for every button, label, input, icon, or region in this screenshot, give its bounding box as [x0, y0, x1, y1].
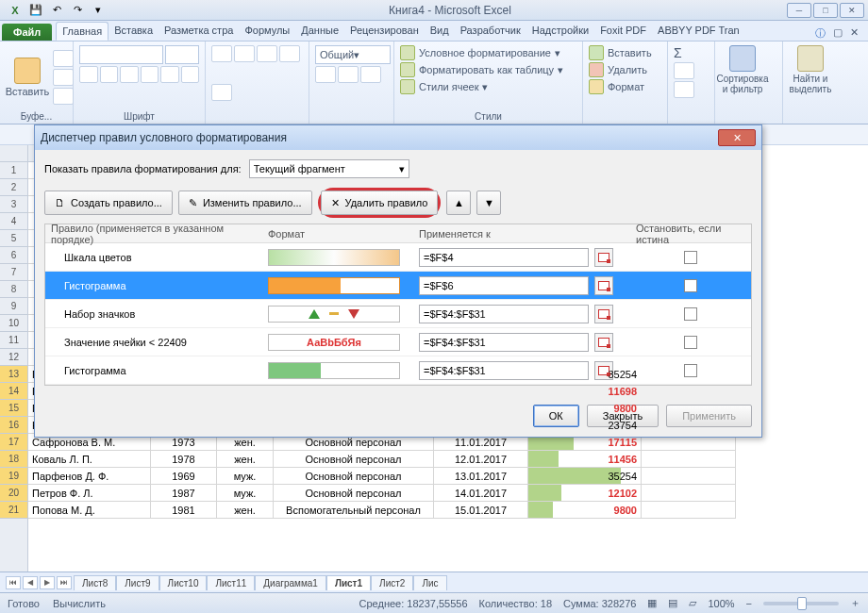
help-icon[interactable]: ⓘ [815, 26, 826, 41]
new-rule-button[interactable]: 🗋Создать правило... [44, 191, 173, 215]
row-header[interactable]: 11 [0, 332, 27, 349]
row-header[interactable]: 12 [0, 349, 27, 366]
stop-if-true-checkbox[interactable] [684, 364, 697, 377]
sheet-tab[interactable]: Лист8 [74, 575, 116, 590]
view-pagebreak-icon[interactable]: ▱ [689, 597, 696, 609]
zoom-slider[interactable] [763, 602, 839, 605]
sheet-tab[interactable]: Лист11 [207, 575, 255, 590]
row-header[interactable]: 13 [0, 366, 27, 383]
range-picker-button[interactable] [594, 333, 613, 352]
maximize-button[interactable]: □ [813, 3, 838, 18]
ribbon-tab[interactable]: ABBYY PDF Tran [652, 22, 745, 41]
stop-if-true-checkbox[interactable] [684, 279, 697, 292]
stop-if-true-checkbox[interactable] [684, 251, 697, 264]
row-header[interactable]: 19 [0, 468, 27, 485]
row-header[interactable]: 10 [0, 315, 27, 332]
row-header[interactable]: 21 [0, 502, 27, 519]
rule-row[interactable]: Гистограмма=$F$6 [45, 272, 751, 300]
bold-icon[interactable] [79, 66, 98, 83]
row-header[interactable]: 20 [0, 485, 27, 502]
align-left-icon[interactable] [211, 45, 232, 62]
format-cells-button[interactable]: Формат [589, 79, 661, 94]
redo-icon[interactable]: ↷ [68, 2, 87, 19]
ribbon-tab[interactable]: Формулы [239, 22, 295, 41]
wrap-text-icon[interactable] [279, 45, 300, 62]
table-row[interactable]: Коваль Л. П.1978жен.Основной персонал12.… [28, 451, 868, 468]
range-picker-button[interactable] [594, 248, 613, 267]
ribbon-tab[interactable]: Вид [425, 22, 455, 41]
stop-if-true-checkbox[interactable] [684, 307, 697, 321]
find-select-button[interactable]: Найти и выделить [789, 45, 832, 94]
row-header[interactable]: 7 [0, 264, 27, 281]
format-as-table-button[interactable]: Форматировать как таблицу▾ [400, 62, 576, 77]
autosum-button[interactable]: Σ [674, 45, 709, 60]
percent-icon[interactable] [338, 66, 359, 83]
copy-icon[interactable] [53, 69, 74, 86]
fill-button[interactable] [674, 62, 709, 79]
qat-more-icon[interactable]: ▾ [89, 2, 108, 19]
view-normal-icon[interactable]: ▦ [647, 597, 657, 609]
clear-button[interactable] [674, 81, 709, 98]
dialog-title-bar[interactable]: Диспетчер правил условного форматировани… [35, 125, 761, 150]
rule-row[interactable]: Шкала цветов=$F$4 [45, 243, 751, 272]
merge-icon[interactable] [211, 84, 232, 101]
underline-icon[interactable] [120, 66, 139, 83]
font-size-combo[interactable] [165, 45, 199, 64]
dialog-close-button[interactable]: ✕ [718, 129, 756, 146]
italic-icon[interactable] [100, 66, 119, 83]
zoom-level[interactable]: 100% [708, 598, 734, 609]
close-button[interactable]: ✕ [840, 3, 864, 18]
view-layout-icon[interactable]: ▤ [668, 597, 677, 609]
row-header[interactable]: 9 [0, 298, 27, 315]
row-header[interactable]: 3 [0, 196, 27, 213]
stop-if-true-checkbox[interactable] [684, 336, 697, 349]
table-row[interactable]: Попова М. Д.1981жен.Вспомогательный перс… [28, 502, 868, 519]
ribbon-tab[interactable]: Вставка [108, 22, 159, 41]
row-header[interactable]: 5 [0, 230, 27, 247]
table-row[interactable]: Парфенов Д. Ф.1969муж.Основной персонал1… [28, 468, 868, 485]
sheet-nav-next-icon[interactable]: ▶ [40, 576, 55, 589]
font-color-icon[interactable] [181, 66, 200, 83]
move-rule-up-button[interactable]: ▲ [446, 191, 471, 215]
sheet-tab[interactable]: Лист9 [116, 575, 159, 590]
applies-to-input[interactable]: =$F$4:$F$31 [419, 333, 589, 352]
insert-cells-button[interactable]: Вставить [589, 45, 661, 60]
row-header[interactable]: 15 [0, 400, 27, 417]
ribbon-tab[interactable]: Разметка стра [159, 22, 239, 41]
align-right-icon[interactable] [257, 45, 277, 62]
save-icon[interactable]: 💾 [26, 2, 45, 19]
cell-styles-button[interactable]: Стили ячеек▾ [400, 79, 576, 94]
row-header[interactable]: 6 [0, 247, 27, 264]
row-header[interactable]: 8 [0, 281, 27, 298]
zoom-out-icon[interactable]: − [746, 598, 752, 609]
font-name-combo[interactable] [79, 45, 163, 64]
row-header[interactable]: 1 [0, 162, 27, 179]
conditional-formatting-button[interactable]: Условное форматирование▾ [400, 45, 576, 60]
applies-to-input[interactable]: =$F$4:$F$31 [419, 305, 589, 323]
delete-rule-button[interactable]: ✕Удалить правило [321, 191, 439, 215]
border-icon[interactable] [141, 66, 159, 83]
format-painter-icon[interactable] [53, 88, 74, 105]
comma-icon[interactable] [360, 66, 381, 83]
minimize-button[interactable]: ─ [787, 3, 811, 18]
ok-button[interactable]: ОК [533, 405, 579, 427]
excel-icon[interactable]: X [6, 2, 25, 19]
row-header[interactable]: 2 [0, 179, 27, 196]
delete-cells-button[interactable]: Удалить [589, 62, 661, 77]
rule-row[interactable]: Набор значков=$F$4:$F$31 [45, 300, 751, 328]
sort-filter-button[interactable]: Сортировка и фильтр [721, 45, 764, 94]
sheet-nav-last-icon[interactable]: ⏭ [57, 576, 72, 589]
align-center-icon[interactable] [234, 45, 255, 62]
applies-to-input[interactable]: =$F$4:$F$31 [419, 361, 589, 380]
applies-to-input[interactable]: =$F$6 [419, 276, 589, 295]
row-header[interactable]: 18 [0, 451, 27, 468]
sheet-nav-first-icon[interactable]: ⏮ [6, 576, 21, 589]
sheet-tab[interactable]: Лист1 [326, 575, 371, 590]
table-row[interactable]: Петров Ф. Л.1987муж.Основной персонал14.… [28, 485, 868, 502]
ribbon-tab[interactable]: Рецензирован [344, 22, 425, 41]
sheet-tab[interactable]: Лист10 [159, 575, 208, 590]
ribbon-tab[interactable]: Разработчик [455, 22, 526, 41]
cut-icon[interactable] [53, 50, 74, 67]
apply-button[interactable]: Применить [666, 405, 752, 427]
number-format-combo[interactable]: Общий▾ [315, 45, 391, 64]
